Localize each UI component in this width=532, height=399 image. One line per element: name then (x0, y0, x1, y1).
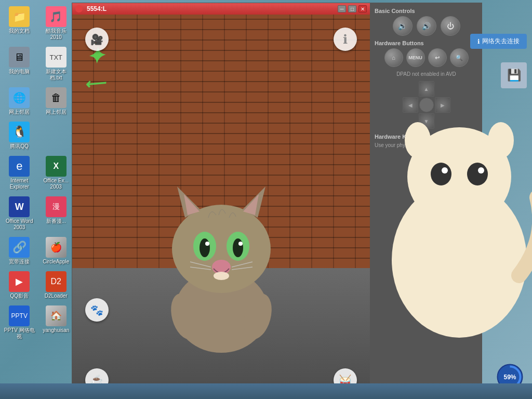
usb-icon: 💾 (507, 69, 521, 82)
camera-button[interactable]: 🎥 (85, 28, 109, 51)
basic-controls-row: 🔉 🔊 ⏻ (375, 16, 478, 36)
hw-buttons-title: Hardware Buttons (375, 40, 478, 46)
minimize-button[interactable]: ─ (338, 5, 346, 12)
network-info-icon: ℹ (477, 38, 480, 45)
maximize-button[interactable]: □ (348, 5, 356, 12)
manga-icon: 漫 (46, 196, 66, 217)
window-controls: ─ □ ✕ (338, 5, 367, 12)
game-screen[interactable]: ✦⟵ (72, 15, 370, 399)
dpad-label: DPAD not enabled in AVD (396, 71, 456, 77)
network-error-button[interactable]: ℹ 网络失去连接 (470, 34, 527, 49)
sidebar-item-network[interactable]: 🌐 网上邻居 (2, 85, 37, 117)
hw-buttons-section: Hardware Buttons ⌂ MENU ↩ 🔍 (375, 40, 478, 67)
basic-controls-title: Basic Controls (375, 8, 478, 14)
svg-point-27 (478, 167, 484, 174)
doc-icon: TXT (46, 47, 66, 68)
sidebar-item-blank (39, 119, 74, 152)
circle-apple-label: CircleApple (43, 259, 69, 265)
sidebar-item-word[interactable]: W Office Word2003 (2, 194, 37, 233)
svg-point-10 (205, 242, 209, 246)
basic-controls-section: Basic Controls 🔉 🔊 ⏻ (375, 8, 478, 36)
circle-apple-icon: 🍎 (46, 237, 66, 258)
sidebar-item-excel[interactable]: X Office Ex...2003 (39, 154, 74, 192)
qq-label: 腾讯QQ (10, 143, 29, 150)
excel-label: Office Ex...2003 (43, 178, 69, 190)
d2loader-label: D2Loader (45, 293, 68, 299)
folder-icon: 📁 (9, 6, 30, 27)
sidebar-item-yanghuisan[interactable]: 🏠 yanghuisan (39, 303, 74, 342)
manga-label: 新番漫... (46, 218, 66, 224)
pptv-label: PPTV 网络电视 (3, 327, 36, 340)
sidebar-item-recycle[interactable]: 🗑 网上邻居 (39, 85, 74, 117)
sidebar-item-d2loader[interactable]: D2 D2Loader (39, 269, 74, 301)
new-doc-label: 新建文本档.txt (46, 69, 66, 81)
sidebar-item-manga[interactable]: 漫 新番漫... (39, 194, 74, 233)
pptv-icon: PPTV (9, 305, 30, 326)
svg-point-8 (200, 238, 210, 257)
sidebar-item-circle-apple[interactable]: 🍎 CircleApple (39, 235, 74, 267)
svg-point-26 (442, 167, 448, 174)
svg-point-19 (214, 272, 229, 280)
emulator-screen[interactable]: 5554:L ─ □ ✕ ✦⟵ (72, 3, 370, 399)
qq-video-label: QQ影音 (10, 293, 29, 299)
qq-icon: 🐧 (9, 122, 30, 142)
svg-point-11 (238, 242, 243, 246)
network-icon: 🌐 (9, 87, 30, 108)
yanghuisan-label: yanghuisan (43, 327, 69, 334)
svg-point-23 (488, 122, 514, 158)
recycle-icon: 🗑 (46, 87, 66, 108)
desktop-sidebar: 📁 我的文档 🎵 酷我音乐2010 🖥 我的电脑 TXT 新建文本档.txt 🌐 (0, 0, 75, 399)
paw-button[interactable]: 🐾 (85, 298, 109, 322)
broadband-label: 宽带连接 (9, 259, 30, 265)
svg-point-9 (233, 238, 243, 257)
sidebar-item-my-computer[interactable]: 🖥 我的电脑 (2, 45, 37, 83)
usb-icon-box: 💾 (501, 62, 527, 88)
taskbar[interactable] (0, 383, 532, 399)
d2loader-icon: D2 (46, 271, 66, 292)
my-computer-label: 我的电脑 (9, 69, 30, 75)
progress-label: 59% (503, 374, 516, 381)
sidebar-item-pptv[interactable]: PPTV PPTV 网络电视 (2, 303, 37, 342)
right-cartoon (387, 94, 532, 353)
word-icon: W (9, 196, 30, 217)
network-label: 网上邻居 (9, 109, 30, 115)
computer-icon: 🖥 (9, 47, 30, 68)
back-button[interactable]: ↩ (428, 48, 447, 67)
sidebar-item-music[interactable]: 🎵 酷我音乐2010 (39, 4, 74, 43)
sidebar-item-qq[interactable]: 🐧 腾讯QQ (2, 119, 37, 152)
sidebar-item-new-doc[interactable]: TXT 新建文本档.txt (39, 45, 74, 83)
yanghuisan-icon: 🏠 (46, 305, 66, 326)
broadband-icon: 🔗 (9, 237, 30, 258)
svg-point-24 (431, 163, 451, 185)
sidebar-item-ie[interactable]: e InternetExplorer (2, 154, 37, 192)
info-button[interactable]: ℹ (334, 28, 357, 51)
svg-point-22 (405, 122, 431, 158)
volume-up-button[interactable]: 🔊 (417, 16, 436, 36)
ie-icon: e (9, 156, 30, 177)
sidebar-item-qq-video[interactable]: ▶ QQ影音 (2, 269, 37, 301)
volume-down-button[interactable]: 🔉 (393, 16, 413, 36)
title-bar: 5554:L ─ □ ✕ (72, 3, 370, 15)
my-documents-label: 我的文档 (9, 28, 30, 34)
window-title: 5554:L (87, 5, 107, 12)
close-button[interactable]: ✕ (358, 5, 367, 12)
power-button[interactable]: ⏻ (441, 16, 460, 36)
empty-icon (46, 122, 66, 142)
word-label: Office Word2003 (6, 218, 33, 231)
music-icon: 🎵 (46, 6, 66, 27)
home-button[interactable]: ⌂ (384, 48, 403, 67)
qq-video-icon: ▶ (9, 271, 30, 292)
network-error-label: 网络失去连接 (482, 37, 520, 46)
sidebar-item-broadband[interactable]: 🔗 宽带连接 (2, 235, 37, 267)
desktop: 📁 我的文档 🎵 酷我音乐2010 🖥 我的电脑 TXT 新建文本档.txt 🌐 (0, 0, 532, 399)
hw-buttons-row: ⌂ MENU ↩ 🔍 (375, 48, 478, 67)
ie-label: InternetExplorer (10, 178, 29, 190)
excel-icon: X (46, 156, 66, 177)
menu-button[interactable]: MENU (406, 48, 425, 67)
search-hw-button[interactable]: 🔍 (450, 48, 469, 67)
cat-character (149, 155, 294, 363)
recycle-label: 网上邻居 (46, 109, 66, 115)
music-label: 酷我音乐2010 (46, 28, 66, 41)
svg-point-25 (467, 163, 488, 185)
sidebar-item-my-documents[interactable]: 📁 我的文档 (2, 4, 37, 43)
